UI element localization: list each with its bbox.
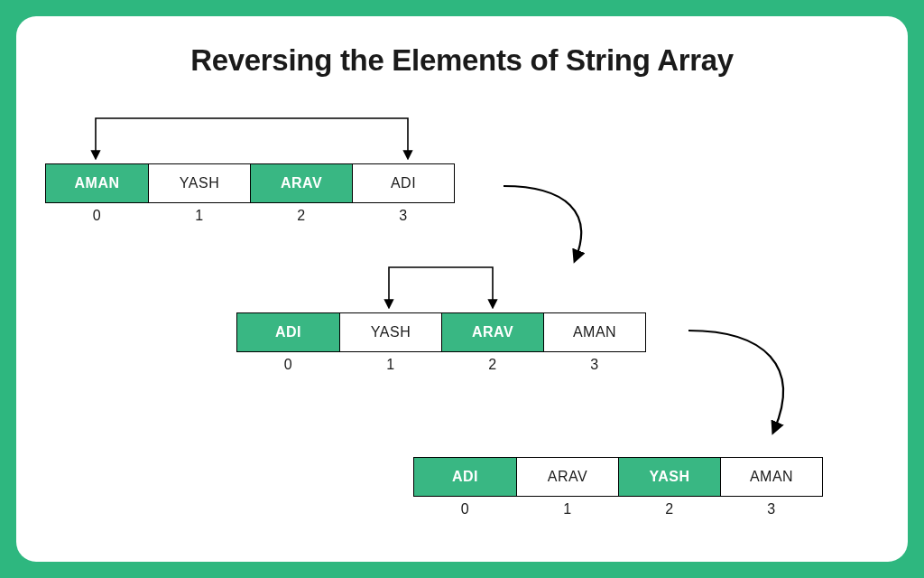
array-cell: AMAN3 [720,458,822,496]
array-cell: ADI0 [237,313,339,351]
array-cell: ARAV2 [250,164,352,202]
array-step-2: ADI0 YASH1 ARAV2 AMAN3 [236,312,646,352]
array-cell: AMAN0 [46,164,148,202]
array-cell: AMAN3 [543,313,645,351]
swap-bracket-1 [96,118,408,156]
array-cell: YASH1 [339,313,441,351]
swap-bracket-2 [389,267,493,305]
array-cell: YASH1 [148,164,250,202]
page-title: Reversing the Elements of String Array [16,43,908,78]
array-cell: ADI0 [414,458,516,496]
array-cell: ARAV1 [516,458,618,496]
array-cell: YASH2 [618,458,720,496]
diagram-card: Reversing the Elements of String Array A… [16,16,908,562]
transition-arrow-1 [504,186,581,258]
array-step-1: AMAN0 YASH1 ARAV2 ADI3 [45,163,455,203]
array-step-3: ADI0 ARAV1 YASH2 AMAN3 [413,457,823,497]
diagram-stage: AMAN0 YASH1 ARAV2 ADI3 ADI0 YASH1 ARAV2 … [16,78,908,547]
array-cell: ARAV2 [441,313,543,351]
transition-arrow-2 [688,331,783,430]
array-cell: ADI3 [352,164,454,202]
